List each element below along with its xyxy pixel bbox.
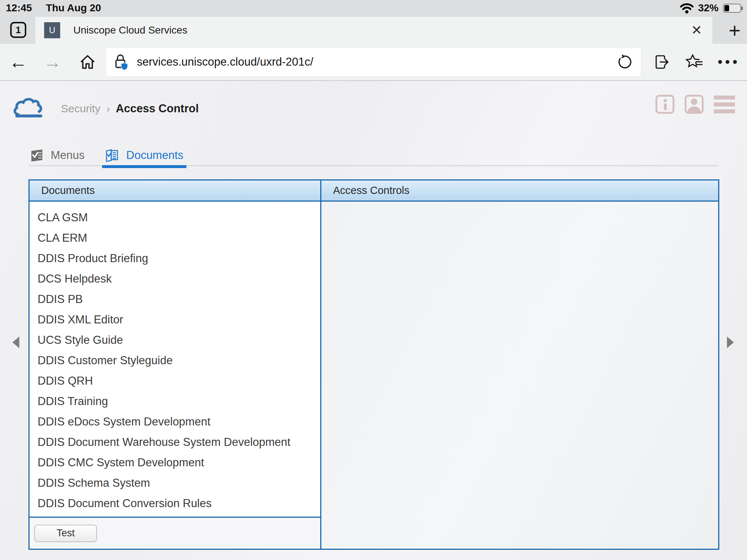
browser-tab[interactable]: U Uniscope Cloud Services ✕ [35,17,712,44]
wifi-icon [680,3,694,13]
document-list-item[interactable]: DDIS Document Warehouse System Developme… [38,432,320,452]
address-bar[interactable]: services.uniscope.cloud/uxrd-201c/ [106,47,641,77]
page-title: Access Control [116,102,198,115]
tab-documents-label: Documents [126,149,183,162]
navigation-bar: ← → services.uniscope.cloud/uxrd-201c/ [0,44,747,81]
active-tab-underline [102,165,186,168]
scroll-left-icon[interactable] [12,337,19,348]
access-controls-panel [321,202,718,549]
page-content: Security › Access Control [0,81,747,560]
user-icon [686,97,702,112]
access-control-table: Documents Access Controls CLA GSMCLA ERM… [28,179,719,550]
document-list: CLA GSMCLA ERMDDIS Product BriefingDCS H… [30,202,320,517]
user-button[interactable] [685,95,704,114]
document-list-item[interactable]: DDIS Document Conversion Rules [38,493,320,514]
document-list-item[interactable]: DDIS XML Editor [38,310,320,330]
cloud-logo [12,96,44,120]
tab-counter-button[interactable]: 1 [10,22,26,38]
breadcrumb: Security › Access Control [61,102,199,115]
battery-icon [723,4,741,13]
tab-menus[interactable]: Menus [30,144,85,166]
scroll-right-icon[interactable] [727,337,734,348]
lock-icon [114,54,129,70]
document-list-item[interactable]: DDIS QRH [38,371,320,391]
tab-menus-label: Menus [51,149,85,162]
document-list-item[interactable]: DDIS Schema System [38,473,320,493]
home-button[interactable] [77,44,98,80]
tab-title: Uniscope Cloud Services [73,24,187,36]
document-list-footer: Test [30,517,320,549]
new-tab-button[interactable]: + [724,18,746,42]
test-button[interactable]: Test [34,525,97,542]
tab-documents[interactable]: Documents [102,144,186,166]
date-label: Thu Aug 20 [46,2,101,14]
info-button[interactable] [655,95,674,114]
clock-label: 12:45 [6,2,32,14]
document-list-item[interactable]: DDIS Product Briefing [38,248,320,269]
menu-button[interactable] [714,96,735,113]
share-icon [654,54,670,70]
back-button[interactable]: ← [8,44,28,80]
browser-chrome-top: 12:45 Thu Aug 20 32% 1 U Uniscope Cloud … [0,0,747,44]
document-list-item[interactable]: DDIS eDocs System Development [38,412,320,432]
table-header-row: Documents Access Controls [30,180,718,202]
reload-icon [618,54,633,70]
access-controls-column-header: Access Controls [321,180,718,201]
home-icon [79,54,96,70]
document-list-item[interactable]: DDIS PB [38,289,320,310]
share-button[interactable] [651,44,673,80]
close-tab-icon[interactable]: ✕ [691,17,702,44]
status-bar: 12:45 Thu Aug 20 32% [0,0,747,16]
url-text[interactable]: services.uniscope.cloud/uxrd-201c/ [137,55,618,69]
more-menu-button[interactable]: ••• [714,44,743,80]
document-list-item[interactable]: DDIS Customer Styleguide [38,350,320,371]
reload-button[interactable] [618,54,633,70]
favorites-button[interactable] [683,44,706,80]
menus-tab-icon [30,149,43,162]
documents-tab-icon [105,149,119,162]
document-list-item[interactable]: CLA ERM [38,228,320,248]
document-list-item[interactable]: DCS Helpdesk [38,269,320,289]
documents-column-header: Documents [30,180,321,201]
document-list-item[interactable]: CLA GSM [38,207,320,228]
favorites-star-icon [685,54,704,70]
view-tabs: Menus Documents [28,144,719,166]
forward-button[interactable]: → [42,44,63,80]
battery-percent-label: 32% [698,2,719,14]
info-icon [664,99,667,102]
breadcrumb-section[interactable]: Security [61,102,100,115]
document-list-item[interactable]: DDIS CMC System Development [38,452,320,473]
document-list-item[interactable]: DDIS Training [38,391,320,412]
document-list-item[interactable]: UCS Style Guide [38,330,320,350]
site-favicon: U [44,22,60,38]
documents-column: CLA GSMCLA ERMDDIS Product BriefingDCS H… [30,202,321,549]
breadcrumb-separator: › [106,102,110,115]
